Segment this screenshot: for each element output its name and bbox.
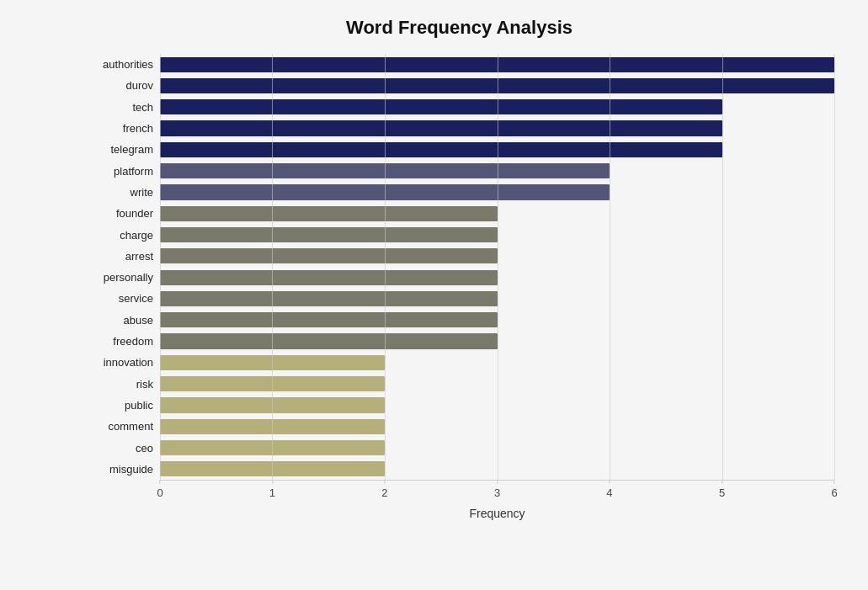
x-tick-mark <box>159 480 160 484</box>
bar-row <box>160 267 834 288</box>
bar <box>160 163 610 178</box>
bar-row <box>160 459 834 480</box>
x-tick-mark <box>272 480 273 484</box>
chart-title: Word Frequency Analysis <box>84 17 834 39</box>
bar-row <box>160 352 834 373</box>
x-tick: 5 <box>719 480 725 499</box>
bar-row <box>160 310 834 331</box>
bar <box>160 270 498 285</box>
bar-row <box>160 160 834 181</box>
y-label: founder <box>116 203 153 224</box>
x-tick: 1 <box>269 480 275 499</box>
x-tick-mark <box>384 480 385 484</box>
x-tick: 3 <box>494 480 500 499</box>
bar-row <box>160 203 834 224</box>
y-label: public <box>125 395 153 416</box>
y-axis-labels: authoritiesdurovtechfrenchtelegramplatfo… <box>84 54 160 480</box>
x-tick-label: 5 <box>719 486 725 499</box>
bar-row <box>160 118 834 139</box>
bar <box>160 355 385 370</box>
x-tick-label: 1 <box>269 486 275 499</box>
grid-line <box>834 54 835 480</box>
bar-row <box>160 224 834 245</box>
plot-area <box>160 54 834 480</box>
x-tick: 6 <box>831 480 837 499</box>
bar-row <box>160 75 834 96</box>
bar <box>160 291 498 306</box>
x-axis-title: Frequency <box>160 507 834 520</box>
bar <box>160 57 834 72</box>
x-tick-label: 0 <box>157 486 162 499</box>
bar-row <box>160 437 834 458</box>
bar <box>160 248 498 263</box>
x-tick-label: 2 <box>381 486 387 499</box>
x-tick: 4 <box>606 480 612 499</box>
x-tick-mark <box>833 480 834 484</box>
y-label: abuse <box>124 310 153 331</box>
bar <box>160 99 722 114</box>
x-tick-mark <box>722 480 722 484</box>
y-label: innovation <box>104 352 153 373</box>
bar <box>160 206 498 221</box>
bar <box>160 120 722 136</box>
bar <box>160 397 385 412</box>
y-label: french <box>123 118 153 139</box>
x-tick-mark <box>609 480 610 484</box>
bar <box>160 227 498 242</box>
x-tick-label: 4 <box>606 486 612 499</box>
bar <box>160 312 498 327</box>
bar-row <box>160 416 834 437</box>
bar <box>160 184 610 199</box>
bar-row <box>160 395 834 416</box>
y-label: personally <box>104 267 153 288</box>
bar <box>160 142 722 157</box>
bar-row <box>160 182 834 203</box>
x-tick-label: 3 <box>494 486 500 499</box>
x-axis: 0123456 Frequency <box>160 480 834 522</box>
bar <box>160 78 834 93</box>
y-label: misguide <box>109 459 153 480</box>
y-label: write <box>130 182 153 203</box>
y-label: arrest <box>125 246 153 267</box>
bar <box>160 419 385 434</box>
y-label: risk <box>136 374 153 395</box>
x-tick: 0 <box>157 480 162 499</box>
bar-row <box>160 373 834 394</box>
x-tick: 2 <box>381 480 387 499</box>
bar <box>160 333 498 348</box>
y-label: durov <box>125 75 153 96</box>
bar-row <box>160 54 834 75</box>
bar-row <box>160 288 834 309</box>
y-label: platform <box>114 161 153 182</box>
y-label: authorities <box>103 54 153 75</box>
bar-row <box>160 331 834 352</box>
y-label: telegram <box>110 139 153 160</box>
x-tick-label: 6 <box>831 486 837 499</box>
bar <box>160 376 385 391</box>
bar-row <box>160 139 834 160</box>
y-label: charge <box>120 224 153 245</box>
y-label: comment <box>109 416 153 437</box>
y-label: ceo <box>136 437 153 458</box>
bars-container <box>160 54 834 480</box>
chart-container: Word Frequency Analysis authoritiesdurov… <box>0 0 868 590</box>
bar-row <box>160 246 834 267</box>
y-label: service <box>119 288 153 309</box>
y-label: freedom <box>113 331 153 352</box>
bar <box>160 440 385 455</box>
bar <box>160 461 385 476</box>
bar-row <box>160 97 834 118</box>
y-label: tech <box>132 97 153 118</box>
x-tick-mark <box>497 480 498 484</box>
